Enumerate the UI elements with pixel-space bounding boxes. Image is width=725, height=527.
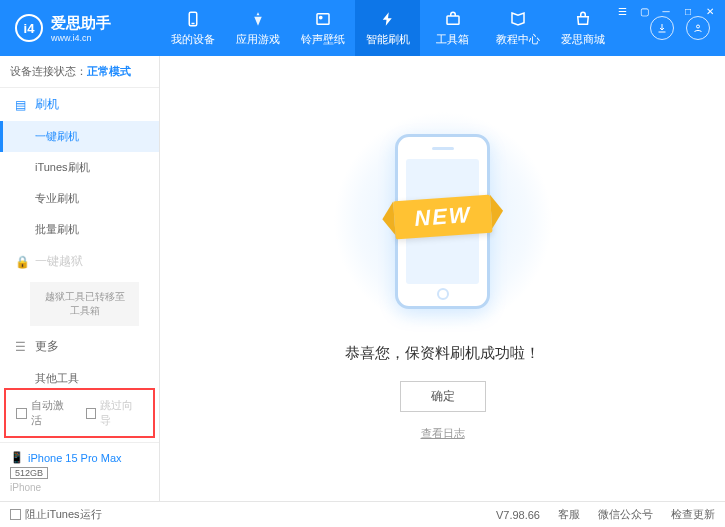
app-url: www.i4.cn — [51, 33, 111, 43]
device-name[interactable]: 📱 iPhone 15 Pro Max — [10, 451, 149, 464]
footer-service[interactable]: 客服 — [558, 507, 580, 522]
success-message: 恭喜您，保资料刷机成功啦！ — [345, 344, 540, 363]
menu-icon[interactable]: ☰ — [615, 4, 629, 18]
success-illustration: NEW — [353, 116, 533, 326]
maximize-icon[interactable]: □ — [681, 4, 695, 18]
image-icon — [313, 9, 333, 29]
checkbox-label: 自动激活 — [31, 398, 74, 428]
toolbox-icon — [443, 9, 463, 29]
sidebar-item-pro-flash[interactable]: 专业刷机 — [0, 183, 159, 214]
svg-point-5 — [697, 25, 700, 28]
nav-label: 教程中心 — [496, 32, 540, 47]
ok-button[interactable]: 确定 — [400, 381, 486, 412]
logo-area: i4 爱思助手 www.i4.cn — [0, 14, 160, 43]
nav-label: 铃声壁纸 — [301, 32, 345, 47]
sidebar-item-other-tools[interactable]: 其他工具 — [0, 363, 159, 384]
footer-check-update[interactable]: 检查更新 — [671, 507, 715, 522]
app-title: 爱思助手 — [51, 14, 111, 33]
new-ribbon: NEW — [393, 194, 493, 239]
book-icon — [508, 9, 528, 29]
apps-icon — [248, 9, 268, 29]
nav-my-device[interactable]: 我的设备 — [160, 0, 225, 56]
phone-icon — [183, 9, 203, 29]
close-icon[interactable]: ✕ — [703, 4, 717, 18]
device-info: 📱 iPhone 15 Pro Max 512GB iPhone — [0, 442, 159, 501]
svg-point-3 — [319, 16, 321, 18]
nav-ringtones[interactable]: 铃声壁纸 — [290, 0, 355, 56]
device-type: iPhone — [10, 482, 149, 493]
logo-icon: i4 — [15, 14, 43, 42]
footer: 阻止iTunes运行 V7.98.66 客服 微信公众号 检查更新 — [0, 501, 725, 527]
sidebar: 设备连接状态：正常模式 ▤刷机 一键刷机 iTunes刷机 专业刷机 批量刷机 … — [0, 56, 160, 501]
lock-icon: 🔒 — [15, 255, 29, 269]
checkbox-label: 跳过向导 — [100, 398, 143, 428]
version-label: V7.98.66 — [496, 509, 540, 521]
group-label: 更多 — [35, 338, 59, 355]
jailbreak-note: 越狱工具已转移至工具箱 — [30, 282, 139, 326]
titlebar: i4 爱思助手 www.i4.cn 我的设备 应用游戏 铃声壁纸 智能刷机 工具… — [0, 0, 725, 56]
nav-label: 工具箱 — [436, 32, 469, 47]
sidebar-item-itunes-flash[interactable]: iTunes刷机 — [0, 152, 159, 183]
sidebar-menu: ▤刷机 一键刷机 iTunes刷机 专业刷机 批量刷机 🔒一键越狱 越狱工具已转… — [0, 88, 159, 384]
checkbox-block-itunes[interactable]: 阻止iTunes运行 — [10, 507, 102, 522]
group-jailbreak: 🔒一键越狱 — [0, 245, 159, 278]
sidebar-item-oneclick-flash[interactable]: 一键刷机 — [0, 121, 159, 152]
checkbox-icon — [16, 408, 27, 419]
top-nav: 我的设备 应用游戏 铃声壁纸 智能刷机 工具箱 教程中心 爱思商城 — [160, 0, 650, 56]
nav-store[interactable]: 爱思商城 — [550, 0, 615, 56]
checkbox-icon — [10, 509, 21, 520]
footer-wechat[interactable]: 微信公众号 — [598, 507, 653, 522]
checkbox-icon — [86, 408, 97, 419]
group-label: 刷机 — [35, 96, 59, 113]
svg-rect-4 — [447, 16, 459, 24]
window-controls: ☰ ▢ ─ □ ✕ — [607, 0, 725, 22]
main-content: NEW 恭喜您，保资料刷机成功啦！ 确定 查看日志 — [160, 56, 725, 501]
highlighted-checkbox-area: 自动激活 跳过向导 — [4, 388, 155, 438]
nav-apps[interactable]: 应用游戏 — [225, 0, 290, 56]
nav-label: 我的设备 — [171, 32, 215, 47]
list-icon: ▤ — [15, 98, 29, 112]
checkbox-label: 阻止iTunes运行 — [25, 507, 102, 522]
minimize-icon[interactable]: ─ — [659, 4, 673, 18]
device-phone-icon: 📱 — [10, 451, 24, 464]
skin-icon[interactable]: ▢ — [637, 4, 651, 18]
group-more[interactable]: ☰更多 — [0, 330, 159, 363]
nav-label: 智能刷机 — [366, 32, 410, 47]
group-label: 一键越狱 — [35, 253, 83, 270]
status-mode: 正常模式 — [87, 65, 131, 77]
nav-label: 爱思商城 — [561, 32, 605, 47]
flash-icon — [378, 9, 398, 29]
more-icon: ☰ — [15, 340, 29, 354]
storage-badge: 512GB — [10, 467, 48, 479]
nav-tutorials[interactable]: 教程中心 — [485, 0, 550, 56]
svg-rect-2 — [317, 14, 329, 25]
view-log-link[interactable]: 查看日志 — [421, 426, 465, 441]
device-name-text: iPhone 15 Pro Max — [28, 452, 122, 464]
connection-status: 设备连接状态：正常模式 — [0, 56, 159, 88]
nav-smart-flash[interactable]: 智能刷机 — [355, 0, 420, 56]
store-icon — [573, 9, 593, 29]
nav-label: 应用游戏 — [236, 32, 280, 47]
checkbox-auto-activate[interactable]: 自动激活 — [16, 398, 74, 428]
nav-toolbox[interactable]: 工具箱 — [420, 0, 485, 56]
status-label: 设备连接状态： — [10, 65, 87, 77]
group-flash[interactable]: ▤刷机 — [0, 88, 159, 121]
sidebar-item-batch-flash[interactable]: 批量刷机 — [0, 214, 159, 245]
checkbox-skip-guide[interactable]: 跳过向导 — [86, 398, 144, 428]
